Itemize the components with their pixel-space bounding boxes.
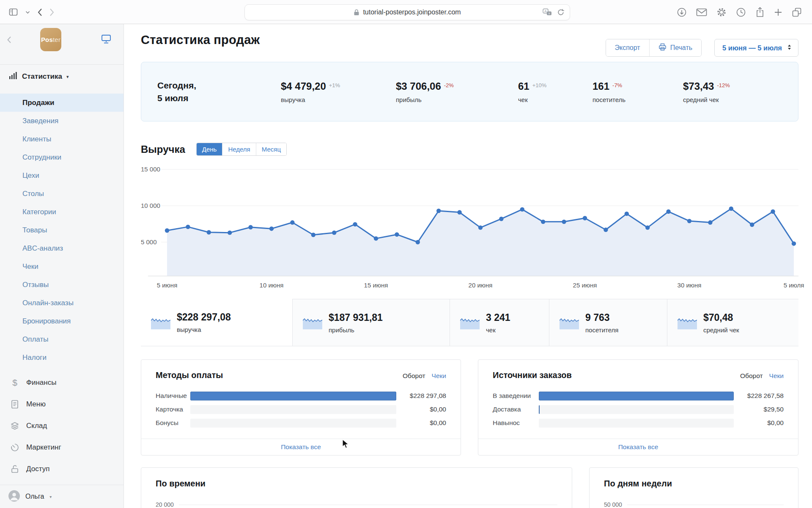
- bar-track: [539, 392, 734, 400]
- lock-icon: [354, 9, 359, 16]
- section-label: Маркетинг: [26, 443, 61, 452]
- sidebar-item[interactable]: Онлайн-заказы: [0, 294, 123, 312]
- tabs-icon[interactable]: [792, 7, 802, 17]
- sidebar-nav: ПродажиЗаведенияКлиентыСотрудникиЦехиСто…: [0, 94, 123, 367]
- svg-text:25 июня: 25 июня: [573, 282, 597, 289]
- settings-icon[interactable]: [716, 7, 727, 17]
- lock-open-icon: [9, 464, 20, 474]
- logo-text-light: ter: [53, 36, 60, 43]
- bar-fill: [190, 392, 396, 400]
- delta-badge: -2%: [444, 82, 454, 88]
- sidebar-item[interactable]: Налоги: [0, 348, 123, 367]
- stack-icon: [9, 421, 20, 431]
- sidebar-item[interactable]: Цехи: [0, 166, 123, 185]
- translate-icon[interactable]: Ax: [543, 8, 552, 17]
- by-time-title: По времени: [156, 479, 557, 489]
- new-tab-icon[interactable]: [774, 8, 782, 17]
- bar-row-Навынос: Навынос$0,00: [493, 416, 784, 430]
- delta-badge: -7%: [612, 82, 622, 88]
- updown-arrows-icon: [787, 44, 792, 52]
- downloads-icon[interactable]: [677, 7, 687, 17]
- section-label: Склад: [26, 422, 47, 430]
- sidebar-section-document[interactable]: Меню: [0, 393, 123, 415]
- metric-cell-чек[interactable]: 3 241чек: [450, 299, 549, 346]
- y-tick-label: 20 000: [156, 501, 174, 508]
- mouse-cursor: [342, 439, 351, 451]
- sidebar-section-stack[interactable]: Склад: [0, 415, 123, 436]
- sidebar-item[interactable]: Товары: [0, 221, 123, 239]
- poster-logo[interactable]: Poster: [40, 28, 61, 51]
- sidebar-item[interactable]: Продажи: [0, 94, 123, 112]
- toggle-receipts[interactable]: Чеки: [432, 372, 446, 380]
- sidebar-item[interactable]: Заведения: [0, 112, 123, 130]
- tab-Месяц[interactable]: Месяц: [256, 143, 286, 155]
- today-stat: $3 706,06-2%прибыль: [396, 80, 518, 103]
- toggle-receipts[interactable]: Чеки: [769, 372, 784, 380]
- chevron-down-icon[interactable]: [25, 11, 30, 14]
- forward-icon[interactable]: [49, 8, 55, 17]
- today-summary-card: Сегодня,5 июля $4 479,20+1%выручка$3 706…: [141, 62, 798, 121]
- bar-value: $228 267,58: [740, 392, 784, 400]
- bar-track: [190, 419, 396, 428]
- marketing-icon: [9, 443, 20, 452]
- print-label: Печать: [670, 44, 692, 52]
- pos-terminal-icon[interactable]: [101, 34, 112, 46]
- bar-row-Бонусы: Бонусы$0,00: [156, 416, 446, 430]
- toggle-turnover[interactable]: Оборот: [740, 372, 763, 380]
- sidebar-item[interactable]: Оплаты: [0, 330, 123, 348]
- gridline: [627, 505, 784, 505]
- today-label: Сегодня,5 июля: [157, 79, 281, 104]
- browser-toolbar: tutorial-posterpos.joinposter.com Ax: [0, 0, 812, 24]
- sidebar-section-statistics[interactable]: Статистика ▾: [0, 65, 123, 88]
- sidebar-section-marketing[interactable]: Маркетинг: [0, 436, 123, 458]
- bar-value: $0,00: [402, 419, 446, 427]
- caret-down-icon: ▾: [49, 494, 52, 499]
- section-label: Финансы: [26, 378, 56, 387]
- show-all-link[interactable]: Показать все: [141, 439, 461, 455]
- sidebar-item[interactable]: ABC-анализ: [0, 239, 123, 257]
- tab-День[interactable]: День: [197, 143, 222, 155]
- metric-cell-средний чек[interactable]: $70,48средний чек: [667, 299, 798, 346]
- bar-fill: [539, 392, 734, 400]
- sidebar-header: Poster: [0, 24, 123, 65]
- sidebar-section-dollar[interactable]: $Финансы: [0, 372, 123, 393]
- svg-text:x: x: [549, 12, 550, 15]
- user-menu[interactable]: Ольга ▾: [0, 485, 123, 508]
- bar-value: $0,00: [402, 406, 446, 413]
- date-range-label: 5 июня — 5 июля: [722, 44, 782, 52]
- mail-icon[interactable]: [696, 8, 707, 17]
- sidebar-section-lock-open[interactable]: Доступ: [0, 458, 123, 480]
- sidebar-toggle-icon[interactable]: [8, 7, 18, 17]
- sidebar-item[interactable]: Бронирования: [0, 312, 123, 330]
- metric-cell-прибыль[interactable]: $187 931,81прибыль: [292, 299, 450, 346]
- toggle-turnover[interactable]: Оборот: [403, 372, 425, 380]
- sidebar-item[interactable]: Категории: [0, 203, 123, 221]
- back-icon[interactable]: [37, 8, 42, 17]
- avatar-icon: [8, 490, 20, 503]
- sidebar-item[interactable]: Столы: [0, 185, 123, 203]
- today-stat: 161-7%посетитель: [593, 80, 683, 103]
- sidebar-item[interactable]: Отзывы: [0, 276, 123, 294]
- metric-cell-выручка[interactable]: $228 297,08выручка: [141, 299, 292, 346]
- history-icon[interactable]: [736, 7, 746, 17]
- metric-cell-посетителя[interactable]: 9 763посетителя: [549, 299, 667, 346]
- today-stat: $4 479,20+1%выручка: [281, 80, 396, 103]
- url-text: tutorial-posterpos.joinposter.com: [363, 8, 461, 16]
- collapse-sidebar-icon[interactable]: [7, 36, 11, 45]
- share-icon[interactable]: [755, 7, 765, 17]
- address-bar[interactable]: tutorial-posterpos.joinposter.com Ax: [244, 4, 570, 20]
- show-all-link[interactable]: Показать все: [478, 439, 798, 455]
- date-range-selector[interactable]: 5 июня — 5 июля: [714, 39, 798, 57]
- reload-icon[interactable]: [557, 8, 565, 16]
- print-button[interactable]: Печать: [649, 39, 701, 56]
- sidebar-item[interactable]: Клиенты: [0, 130, 123, 148]
- tab-Неделя[interactable]: Неделя: [222, 143, 255, 155]
- bar-track: [539, 405, 734, 414]
- sidebar-item[interactable]: Чеки: [0, 257, 123, 276]
- export-button[interactable]: Экспорт: [606, 39, 649, 56]
- sidebar: Poster Статистика ▾ ПродажиЗаведенияКлие…: [0, 24, 124, 508]
- period-tabs: ДеньНеделяМесяц: [196, 143, 287, 156]
- sidebar-item[interactable]: Сотрудники: [0, 148, 123, 166]
- svg-text:5 000: 5 000: [141, 238, 157, 246]
- sparkline-thumbnail: [303, 316, 322, 329]
